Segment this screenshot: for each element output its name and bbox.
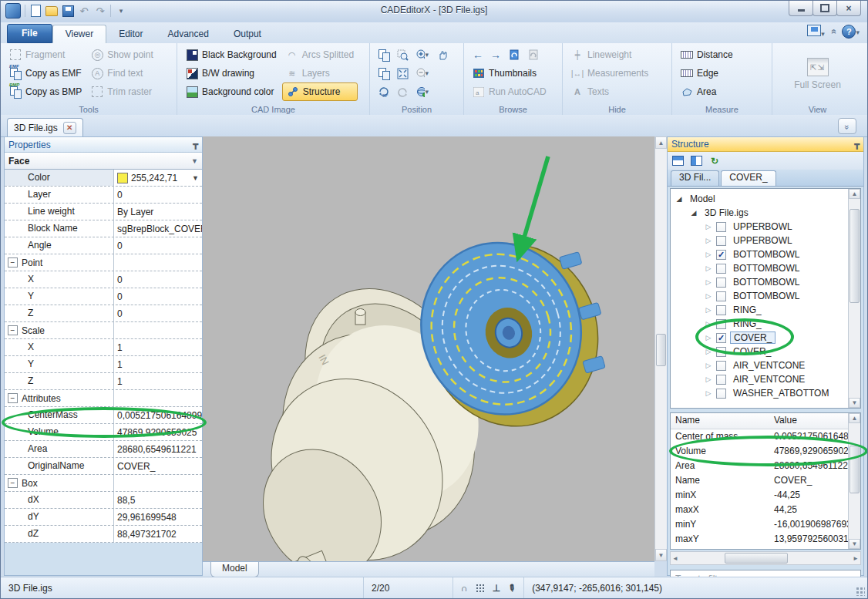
expand-node-icon[interactable]: ▷ — [705, 292, 712, 300]
tree-item-upperbowl[interactable]: ▷UPPERBOWL — [671, 234, 860, 247]
arcs-splitted-button[interactable]: ◠Arcs Splitted — [282, 45, 358, 64]
property-row-color[interactable]: Color255,242,71▼ — [5, 170, 202, 187]
forward-icon[interactable]: → — [490, 49, 501, 61]
area-button[interactable]: Area — [677, 82, 737, 101]
property-row-box[interactable]: −Box — [5, 475, 202, 492]
edge-button[interactable]: Edge — [677, 64, 737, 82]
tree-item-model[interactable]: ◢Model — [671, 192, 860, 206]
property-row-z[interactable]: Z1 — [5, 373, 202, 390]
expand-node-icon[interactable]: ▷ — [705, 278, 712, 286]
table-row-maxx[interactable]: maxX44,25 — [671, 503, 860, 517]
tree-item-air-ventcone[interactable]: ▷AIR_VENTCONE — [671, 372, 860, 386]
visibility-checkbox[interactable] — [716, 347, 726, 357]
tree-item-cover-[interactable]: ▷COVER_ — [671, 345, 860, 358]
tree-item-upperbowl[interactable]: ▷UPPERBOWL — [671, 220, 860, 234]
split-horizontal-icon[interactable] — [670, 153, 685, 169]
find-text-button[interactable]: AFind text — [87, 64, 156, 82]
scroll-down-icon[interactable]: ▼ — [655, 549, 667, 561]
split-vertical-icon[interactable] — [688, 153, 704, 169]
resize-grip[interactable] — [856, 587, 865, 596]
structure-button[interactable]: Structure — [282, 82, 358, 101]
collapse-group-icon[interactable]: − — [8, 257, 18, 268]
black-background-button[interactable]: Black Background — [182, 45, 281, 64]
expand-node-icon[interactable]: ▷ — [705, 264, 712, 272]
tree-item-3d-file-igs[interactable]: ◢3D File.igs — [671, 206, 860, 220]
scroll-right-icon[interactable]: ► — [853, 555, 859, 562]
restore-button[interactable] — [812, 1, 837, 16]
property-row-y[interactable]: Y0 — [5, 288, 202, 305]
back-icon[interactable]: ← — [473, 49, 483, 61]
structure-tab-file[interactable]: 3D Fil... — [671, 170, 719, 186]
tree-item-bottombowl[interactable]: ▷BOTTOMBOWL — [671, 261, 860, 275]
property-row-area[interactable]: Area28680,6549611221 — [5, 441, 202, 458]
orbit-3d-icon[interactable]: ▾ — [416, 86, 429, 98]
table-row-miny[interactable]: minY-16,0019069876934 — [671, 517, 860, 532]
table-row-area[interactable]: Area28680,6549611221 — [671, 459, 860, 473]
copy-as-bmp-button[interactable]: BMPCopy as BMP — [5, 82, 86, 101]
property-row-block-name[interactable]: Block NamesgBrepBlock_COVER__ — [5, 220, 202, 237]
scroll-down-icon[interactable]: ▼ — [849, 398, 860, 408]
osnap-magnet-icon[interactable]: ∩ — [461, 583, 468, 594]
close-button[interactable]: × — [836, 1, 861, 16]
visibility-checkbox[interactable] — [716, 291, 726, 301]
visibility-checkbox[interactable] — [716, 389, 726, 399]
visibility-checkbox[interactable] — [716, 222, 726, 232]
property-row-y[interactable]: Y1 — [5, 356, 202, 373]
expand-node-icon[interactable]: ▷ — [705, 348, 712, 355]
property-row-centermass[interactable]: CenterMass0,00521750616489952 — [5, 407, 202, 424]
expand-node-icon[interactable]: ▷ — [705, 251, 712, 258]
rotate-35-icon[interactable]: 35° — [378, 86, 390, 98]
grid-icon[interactable] — [476, 584, 485, 593]
visibility-checkbox[interactable]: ✓ — [716, 250, 726, 260]
property-row-z[interactable]: Z0 — [5, 305, 202, 322]
zoom-window-icon[interactable] — [396, 49, 409, 61]
property-row-layer[interactable]: Layer0 — [5, 187, 202, 204]
property-row-x[interactable]: X1 — [5, 339, 202, 356]
tree-item-ring-[interactable]: ▷RING_ — [671, 303, 860, 317]
scrollbar-thumb[interactable] — [849, 446, 860, 493]
tree-item-air-ventcone[interactable]: ▷AIR_VENTCONE — [671, 358, 860, 372]
tab-viewer[interactable]: Viewer — [52, 25, 106, 43]
collapse-group-icon[interactable]: − — [8, 325, 18, 335]
zoom-out-icon[interactable]: ▾ — [416, 67, 429, 79]
screen-mode-icon[interactable]: ▾ — [807, 25, 825, 39]
expand-node-icon[interactable]: ▷ — [705, 375, 712, 383]
zoom-in-icon[interactable]: ▾ — [416, 49, 429, 61]
distance-button[interactable]: Distance — [677, 45, 737, 64]
tree-item-cover-[interactable]: ▷✓COVER_ — [671, 331, 860, 345]
lineweight-button[interactable]: ┿Lineweight — [567, 45, 652, 64]
scroll-up-icon[interactable]: ▲ — [655, 136, 667, 149]
trim-raster-button[interactable]: Trim raster — [87, 82, 156, 101]
property-row-x[interactable]: X0 — [5, 271, 202, 288]
fragment-button[interactable]: Fragment — [5, 45, 86, 64]
tree-item-bottombowl[interactable]: ▷BOTTOMBOWL — [671, 275, 860, 289]
visibility-checkbox[interactable] — [716, 305, 726, 315]
property-row-angle[interactable]: Angle0 — [5, 237, 202, 254]
full-screen-button[interactable]: ⇱⇲ Full Screen — [788, 45, 848, 103]
tree-item-bottombowl[interactable]: ▷✓BOTTOMBOWL — [671, 247, 860, 261]
collapse-group-icon[interactable]: − — [8, 393, 18, 403]
collapse-ribbon-icon[interactable]: » — [828, 29, 839, 35]
visibility-checkbox[interactable]: ✓ — [716, 333, 726, 343]
table-horizontal-scrollbar[interactable]: ◄ ► — [670, 551, 861, 565]
document-tab[interactable]: 3D File.igs ✕ — [7, 118, 83, 136]
refresh-icon[interactable]: ↻ — [707, 153, 722, 169]
scroll-down-icon[interactable]: ▼ — [849, 539, 860, 549]
visibility-checkbox[interactable] — [716, 375, 726, 385]
scroll-left-icon[interactable]: ◄ — [672, 555, 678, 562]
scrollbar-thumb[interactable] — [849, 209, 860, 303]
viewport-scrollbar[interactable]: ▲ ▼ — [654, 136, 667, 561]
property-row-volume[interactable]: Volume47869,9290659025 — [5, 424, 202, 441]
expand-node-icon[interactable]: ▷ — [705, 362, 712, 369]
visibility-checkbox[interactable] — [716, 319, 726, 329]
tree-item-washer-atbottom[interactable]: ▷WASHER_ATBOTTOM — [671, 386, 860, 400]
expand-node-icon[interactable]: ▷ — [705, 320, 712, 328]
visibility-checkbox[interactable] — [716, 236, 726, 246]
model-tab[interactable]: Model — [210, 562, 259, 577]
tree-scrollbar[interactable]: ▲ ▼ — [848, 189, 860, 408]
previous-view-icon[interactable] — [378, 49, 390, 61]
tab-file[interactable]: File — [7, 24, 52, 43]
pin-icon[interactable]: ┳ — [854, 140, 860, 150]
measurements-button[interactable]: |↔|Measurements — [567, 64, 652, 82]
close-tab-icon[interactable]: ✕ — [63, 122, 76, 134]
